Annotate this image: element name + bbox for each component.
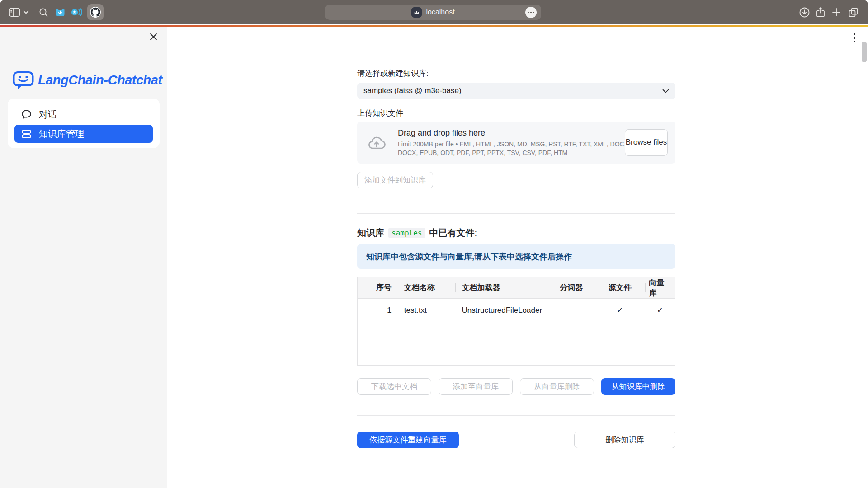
- upload-label: 上传知识文件: [357, 108, 675, 118]
- dropzone-texts: Drag and drop files here Limit 200MB per…: [398, 128, 629, 157]
- kb-select-value: samples (faiss @ m3e-base): [363, 86, 662, 95]
- browse-files-button[interactable]: Browse files: [625, 129, 668, 156]
- sidebar-toggle-icon[interactable]: [9, 0, 20, 24]
- scrollbar-thumb[interactable]: [862, 42, 867, 62]
- col-header-splitter: 分词器: [548, 277, 595, 298]
- site-favicon: [411, 7, 422, 18]
- kb-select-label: 请选择或新建知识库:: [357, 68, 675, 79]
- file-dropzone[interactable]: Drag and drop files here Limit 200MB per…: [357, 122, 675, 164]
- share-icon[interactable]: [816, 0, 826, 24]
- cat-extension-icon[interactable]: [55, 0, 66, 24]
- cell-filename: test.txt: [398, 299, 456, 322]
- kb-files-heading: 知识库 samples 中已有文件:: [357, 227, 675, 239]
- sidebar-nav: 对话 知识库管理: [8, 99, 160, 148]
- knowledge-base-icon: [21, 129, 32, 139]
- file-actions: 下载选中文档 添加至向量库 从向量库删除 从知识库中删除: [357, 378, 675, 395]
- chat-icon: [21, 109, 32, 119]
- divider: [357, 213, 675, 214]
- search-icon[interactable]: [39, 0, 48, 24]
- download-selected-button[interactable]: 下载选中文档: [357, 378, 431, 395]
- screen: localhost: [0, 0, 868, 488]
- cell-source-check: ✓: [595, 299, 646, 322]
- cell-vector-check: ✓: [645, 299, 675, 322]
- address-url: localhost: [426, 8, 454, 16]
- browser-toolbar: localhost: [0, 0, 868, 24]
- col-header-filename: 文档名称: [398, 277, 456, 298]
- new-tab-icon[interactable]: [832, 0, 841, 24]
- chat-bubble-logo-icon: [13, 70, 34, 90]
- table-row[interactable]: 1 test.txt UnstructuredFileLoader ✓ ✓: [358, 299, 675, 322]
- dropzone-title: Drag and drop files here: [398, 128, 629, 138]
- info-banner: 知识库中包含源文件与向量库,请从下表中选择文件后操作: [357, 244, 675, 269]
- app-content: LangChain-Chatchat 对话 知识库管理: [0, 27, 868, 488]
- main-column: 请选择或新建知识库: samples (faiss @ m3e-base) 上传…: [357, 27, 675, 448]
- col-header-loader: 文档加载器: [455, 277, 547, 298]
- reader-extension-icon[interactable]: [70, 0, 82, 24]
- kb-files-heading-suffix: 中已有文件:: [429, 227, 477, 239]
- dropzone-limit: Limit 200MB per file • EML, HTML, JSON, …: [398, 140, 629, 157]
- files-table-header: 序号 文档名称 文档加载器 分词器 源文件 向量库: [358, 277, 675, 299]
- kb-select[interactable]: samples (faiss @ m3e-base): [357, 83, 675, 99]
- page-options-icon[interactable]: [525, 7, 537, 18]
- tabs-overview-icon[interactable]: [848, 0, 859, 24]
- app-menu-icon[interactable]: [851, 30, 858, 45]
- rebuild-vector-store-button[interactable]: 依据源文件重建向量库: [357, 432, 459, 448]
- kb-files-heading-prefix: 知识库: [357, 227, 384, 239]
- sidebar-close-icon[interactable]: [147, 31, 159, 42]
- cell-loader: UnstructuredFileLoader: [455, 299, 547, 322]
- kb-actions: 依据源文件重建向量库 删除知识库: [357, 432, 675, 448]
- divider: [357, 415, 675, 416]
- sidebar: LangChain-Chatchat 对话 知识库管理: [0, 27, 167, 488]
- app-logo: LangChain-Chatchat: [13, 70, 162, 90]
- files-table: 序号 文档名称 文档加载器 分词器 源文件 向量库 1 test.txt Uns…: [357, 277, 675, 366]
- col-header-index: 序号: [358, 277, 398, 298]
- delete-kb-button[interactable]: 删除知识库: [574, 432, 675, 448]
- col-header-source: 源文件: [595, 277, 646, 298]
- add-files-button[interactable]: 添加文件到知识库: [357, 172, 433, 188]
- col-header-vector: 向量库: [645, 277, 675, 298]
- chevron-down-icon: [662, 89, 669, 93]
- cell-index: 1: [358, 299, 398, 322]
- add-to-vector-store-button[interactable]: 添加至向量库: [439, 378, 513, 395]
- sidebar-item-label: 知识库管理: [39, 128, 84, 140]
- app-logo-text: LangChain-Chatchat: [38, 73, 162, 88]
- cloud-upload-icon: [367, 136, 386, 150]
- sidebar-item-dialogue[interactable]: 对话: [8, 104, 160, 125]
- delete-from-vector-store-button[interactable]: 从向量库删除: [520, 378, 594, 395]
- cell-splitter: [548, 299, 595, 322]
- sidebar-item-knowledge-base[interactable]: 知识库管理: [14, 125, 153, 143]
- github-extension-icon[interactable]: [87, 0, 104, 24]
- sidebar-item-label: 对话: [39, 108, 57, 121]
- kb-name-code: samples: [388, 228, 425, 238]
- address-bar[interactable]: localhost: [325, 5, 541, 20]
- downloads-icon[interactable]: [799, 0, 810, 24]
- delete-from-kb-button[interactable]: 从知识库中删除: [601, 378, 675, 395]
- chevron-down-icon[interactable]: [23, 0, 29, 24]
